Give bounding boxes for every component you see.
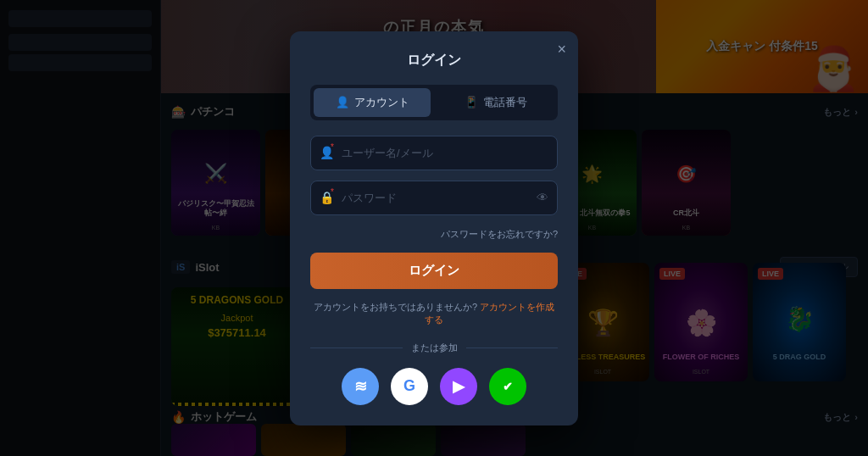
password-input[interactable] <box>310 181 558 215</box>
divider-right <box>466 348 559 348</box>
tab-row: 👤 アカウント 📱 電話番号 <box>310 85 558 120</box>
tab-phone[interactable]: 📱 電話番号 <box>437 88 554 117</box>
username-input[interactable] <box>310 136 558 170</box>
google-icon: G <box>403 377 415 395</box>
account-tab-icon: 👤 <box>336 96 349 108</box>
modal-title: ログイン <box>310 52 558 70</box>
social-line-btn[interactable]: ✔ <box>489 368 526 405</box>
social-line-wave-btn[interactable]: ≋ <box>342 368 379 405</box>
divider-row: または参加 <box>310 342 558 354</box>
username-group: 👤 * <box>310 136 558 170</box>
twitch-icon: ▶ <box>453 377 465 396</box>
password-required: * <box>331 187 334 197</box>
login-button[interactable]: ログイン <box>310 253 558 289</box>
phone-tab-label: 電話番号 <box>483 95 527 110</box>
social-buttons-row: ≋ G ▶ ✔ <box>310 368 558 405</box>
register-text: アカウントをお持ちではありませんか? <box>314 302 477 312</box>
register-row: アカウントをお持ちではありませんか? アカウントを作成する <box>310 301 558 326</box>
social-twitch-btn[interactable]: ▶ <box>440 368 477 405</box>
phone-tab-icon: 📱 <box>465 96 478 108</box>
forgot-row: パスワードをお忘れですか? <box>310 225 558 241</box>
social-google-btn[interactable]: G <box>391 368 428 405</box>
eye-icon[interactable]: 👁 <box>537 191 548 204</box>
line-icon: ✔ <box>503 380 513 393</box>
tab-account[interactable]: 👤 アカウント <box>314 88 431 117</box>
modal-close-btn[interactable]: × <box>557 42 566 57</box>
divider-text: または参加 <box>411 342 458 354</box>
account-tab-label: アカウント <box>354 95 409 110</box>
modal-overlay[interactable]: × ログイン 👤 アカウント 📱 電話番号 👤 * 🔒 * 👁 <box>0 0 868 456</box>
login-modal: × ログイン 👤 アカウント 📱 電話番号 👤 * 🔒 * 👁 <box>290 31 578 425</box>
username-required: * <box>331 142 334 152</box>
divider-left <box>310 348 403 348</box>
password-group: 🔒 * 👁 <box>310 181 558 215</box>
line-wave-icon: ≋ <box>354 377 367 396</box>
forgot-password-link[interactable]: パスワードをお忘れですか? <box>441 229 558 239</box>
